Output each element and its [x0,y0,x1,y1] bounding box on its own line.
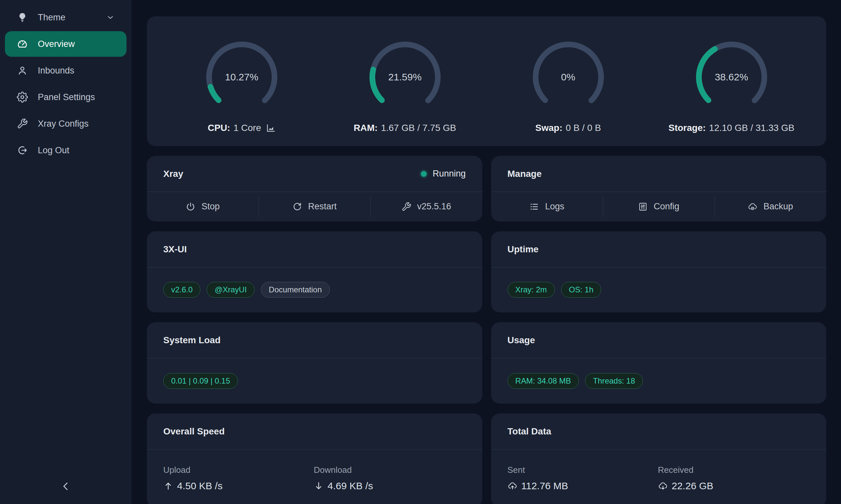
storage-label: Storage: 12.10 GB / 31.33 GB [669,123,795,133]
xray-card-header: Xray Running [147,156,482,192]
sidebar-item-label: Theme [38,13,65,23]
gear-icon [17,92,28,103]
card-title: 3X-UI [163,244,187,255]
swap-percent: 0% [531,39,606,115]
user-icon [17,65,28,76]
uptime-card: Uptime Xray: 2m OS: 1h [491,231,826,312]
cloud-download-icon [658,481,668,491]
load-average-tag: 0.01 | 0.09 | 0.15 [163,373,238,389]
overall-speed-card-header: Overall Speed [147,413,482,450]
os-uptime-tag: OS: 1h [561,282,601,298]
total-data-stats: Sent 112.76 MB Received [491,450,826,504]
sidebar-item-panel-settings[interactable]: Panel Settings [5,84,126,110]
xray-status-badge: Running [421,169,466,179]
card-title: Uptime [508,244,539,255]
ram-percent: 21.59% [367,39,443,115]
uptime-card-header: Uptime [491,231,826,267]
storage-gauge: 38.62% Storage: 12.10 GB / 31.33 GB [650,16,813,146]
wrench-icon [401,202,411,212]
sent-value: 112.76 MB [521,480,568,491]
restart-icon [292,202,302,212]
sidebar: Theme Overview Inbounds [0,0,132,504]
threexui-card: 3X-UI v2.6.0 @XrayUI Documentation [147,231,482,312]
cloud-server-icon [748,202,758,212]
swap-gauge: 0% Swap: 0 B / 0 B [486,16,650,146]
system-load-card-header: System Load [147,322,482,358]
card-title: Total Data [508,426,551,437]
sidebar-item-log-out[interactable]: Log Out [5,138,126,163]
storage-gauge-ring: 38.62% [694,39,769,115]
stop-button[interactable]: Stop [147,192,259,221]
swap-label: Swap: 0 B / 0 B [535,123,601,133]
arrow-down-icon [314,481,324,491]
cloud-upload-icon [508,481,517,491]
manage-actions: Logs Config [491,192,826,221]
cpu-percent: 10.27% [204,39,279,115]
card-title: System Load [163,335,220,345]
power-icon [186,202,195,212]
card-title: Overall Speed [163,426,225,437]
sidebar-item-theme[interactable]: Theme [5,5,126,30]
ram-usage-tag: RAM: 34.08 MB [508,373,579,389]
cards-grid: Xray Running Stop [147,156,826,504]
lightbulb-icon [17,12,28,23]
wrench-icon [17,118,28,129]
sidebar-item-inbounds[interactable]: Inbounds [5,58,126,83]
threads-tag: Threads: 18 [585,373,643,389]
sliders-icon [638,202,648,212]
threexui-tags: v2.6.0 @XrayUI Documentation [147,267,482,312]
cpu-gauge: 10.27% CPU: 1 Core [160,16,323,146]
upload-stat: Upload 4.50 KB /s [163,465,314,491]
received-value: 22.26 GB [672,480,714,491]
upload-value: 4.50 KB /s [177,480,222,491]
card-title: Xray [163,169,183,179]
logout-icon [17,145,28,156]
chevron-down-icon [106,13,115,22]
total-data-card: Total Data Sent 112.76 MB [491,413,826,504]
restart-button[interactable]: Restart [259,192,370,221]
speedometer-icon [17,38,28,50]
status-dot-icon [421,171,427,177]
download-value: 4.69 KB /s [328,480,373,491]
sidebar-collapse-button[interactable] [56,477,75,497]
received-stat: Received 22.26 GB [658,465,810,491]
manage-card: Manage Logs [491,156,826,221]
main-content: 10.27% CPU: 1 Core 21.59% [132,0,841,504]
sidebar-item-label: Xray Configs [38,119,89,129]
xray-version-button[interactable]: v25.5.16 [370,192,482,221]
config-button[interactable]: Config [603,192,715,221]
usage-card: Usage RAM: 34.08 MB Threads: 18 [491,322,826,403]
ram-gauge: 21.59% RAM: 1.67 GB / 7.75 GB [323,16,486,146]
usage-tags: RAM: 34.08 MB Threads: 18 [491,358,826,403]
version-tag[interactable]: v2.6.0 [163,282,201,298]
overall-speed-stats: Upload 4.50 KB /s Download 4.69 K [147,450,482,504]
cpu-gauge-ring: 10.27% [204,39,279,115]
xray-card: Xray Running Stop [147,156,482,221]
sidebar-nav: Theme Overview Inbounds [0,0,132,163]
system-load-card: System Load 0.01 | 0.09 | 0.15 [147,322,482,403]
sent-stat: Sent 112.76 MB [508,465,658,491]
ram-gauge-ring: 21.59% [367,39,443,115]
list-icon [529,202,539,212]
card-title: Usage [508,335,535,345]
logs-button[interactable]: Logs [491,192,603,221]
xray-actions: Stop Restart [147,192,482,221]
usage-card-header: Usage [491,322,826,358]
system-gauges-card: 10.27% CPU: 1 Core 21.59% [147,16,826,146]
sidebar-item-label: Overview [38,39,75,49]
arrow-up-icon [163,481,173,491]
download-stat: Download 4.69 KB /s [314,465,466,491]
documentation-tag[interactable]: Documentation [261,282,329,298]
threexui-card-header: 3X-UI [147,231,482,267]
total-data-card-header: Total Data [491,413,826,450]
sidebar-item-overview[interactable]: Overview [5,31,126,57]
uptime-tags: Xray: 2m OS: 1h [491,267,826,312]
status-text: Running [433,169,466,179]
xrayui-tag[interactable]: @XrayUI [207,282,255,298]
sidebar-item-label: Inbounds [38,66,74,76]
cpu-history-area-chart-icon[interactable] [266,123,276,133]
backup-button[interactable]: Backup [715,192,826,221]
sidebar-item-xray-configs[interactable]: Xray Configs [5,111,126,137]
swap-gauge-ring: 0% [531,39,606,115]
overall-speed-card: Overall Speed Upload 4.50 KB /s Download [147,413,482,504]
